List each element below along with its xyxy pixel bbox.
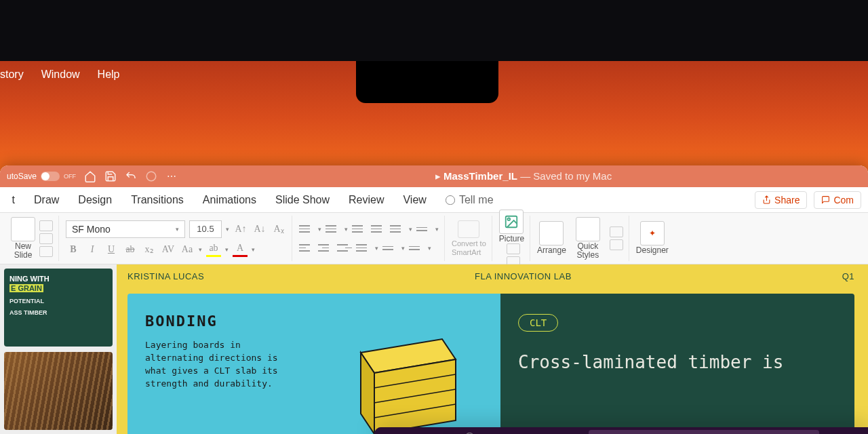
- shapes-icon[interactable]: [507, 243, 520, 254]
- arrange-icon: [539, 221, 564, 245]
- forward-icon[interactable]: →: [440, 431, 456, 434]
- clear-format-icon[interactable]: Aᵪ: [271, 222, 286, 237]
- slide-header: KRISTINA LUCAS FLA INNOVATION LAB Q1: [127, 271, 854, 281]
- clt-badge: CLT: [518, 314, 558, 332]
- autosave-toggle[interactable]: utoSave OFF: [7, 172, 76, 181]
- smartart-icon: [458, 220, 479, 238]
- underline-button[interactable]: U: [104, 242, 119, 257]
- share-button[interactable]: Share: [755, 191, 807, 209]
- new-slide-icon: [11, 217, 35, 241]
- menu-item-window[interactable]: Window: [41, 68, 80, 81]
- picture-button[interactable]: Picture: [499, 210, 524, 243]
- doc-name: MassTimber_IL: [443, 170, 517, 182]
- increase-indent-icon[interactable]: [371, 222, 386, 237]
- slack-search-input[interactable]: Search FL Architects: [589, 430, 819, 434]
- autosave-state: OFF: [64, 173, 76, 180]
- slide-quarter: Q1: [842, 271, 854, 281]
- columns-icon[interactable]: [382, 241, 397, 256]
- timber-cube-illustration: [320, 326, 483, 434]
- tab-review[interactable]: Review: [349, 194, 384, 206]
- slide-canvas[interactable]: KRISTINA LUCAS FLA INNOVATION LAB Q1 BON…: [117, 264, 868, 434]
- quick-styles-icon: [576, 217, 600, 241]
- tab-transitions[interactable]: Transitions: [131, 194, 184, 206]
- toggle-off-icon[interactable]: [41, 172, 60, 181]
- subscript-button[interactable]: x₂: [142, 242, 157, 257]
- device-bezel-top: [0, 0, 868, 61]
- arrange-button[interactable]: Arrange: [537, 221, 566, 255]
- bold-button[interactable]: B: [66, 242, 81, 257]
- home-icon[interactable]: [84, 170, 96, 182]
- slide-workspace: NING WITH E GRAIN POTENTIAL ASS TIMBER K…: [0, 264, 868, 434]
- save-icon[interactable]: [104, 170, 117, 182]
- shape-fill-icon[interactable]: [610, 226, 623, 237]
- ribbon-tabs: t Draw Design Transitions Animations Sli…: [0, 187, 868, 213]
- more-icon[interactable]: ⋯: [165, 170, 178, 182]
- justify-icon[interactable]: [356, 241, 371, 256]
- redo-icon[interactable]: [145, 170, 157, 182]
- slide-thumbnail-2[interactable]: [4, 352, 113, 430]
- text-direction-icon[interactable]: [416, 222, 431, 237]
- decrease-indent-icon[interactable]: [352, 222, 367, 237]
- undo-icon[interactable]: [125, 170, 137, 182]
- display-notch: [356, 61, 498, 103]
- comments-button[interactable]: Com: [814, 191, 861, 209]
- strike-button[interactable]: ab: [123, 242, 138, 257]
- new-slide-button[interactable]: New Slide: [11, 217, 35, 260]
- font-name-select[interactable]: SF Mono▾: [66, 220, 185, 238]
- font-size-select[interactable]: 10.5: [189, 220, 222, 238]
- line-spacing-icon[interactable]: [390, 222, 405, 237]
- align-text-icon[interactable]: [409, 241, 424, 256]
- slide-thumbnail-1[interactable]: NING WITH E GRAIN POTENTIAL ASS TIMBER: [4, 269, 113, 347]
- back-icon[interactable]: ←: [418, 431, 435, 434]
- italic-button[interactable]: I: [85, 242, 100, 257]
- powerpoint-window: utoSave OFF ⋯ ▸ MassTimber_IL — Saved to…: [0, 165, 868, 434]
- powerpoint-titlebar: utoSave OFF ⋯ ▸ MassTimber_IL — Saved to…: [0, 165, 868, 187]
- text-highlight-icon[interactable]: ab: [206, 242, 221, 257]
- tab-draw[interactable]: Draw: [34, 194, 59, 206]
- desktop: story Window Help utoSave OFF ⋯ ▸ MassTi…: [0, 61, 868, 434]
- ribbon-toolbar: New Slide SF Mono▾ 10.5▾ A↑ A↓ Aᵪ: [0, 213, 868, 264]
- menu-item-history[interactable]: story: [0, 68, 24, 81]
- slack-window: ← → Search FL Architects FL Architects⌄ …: [374, 427, 868, 434]
- slack-titlebar: ← → Search FL Architects: [374, 427, 868, 434]
- designer-button[interactable]: ✦Designer: [636, 221, 669, 255]
- change-case-button[interactable]: Aa: [180, 242, 195, 257]
- bulb-icon: [446, 195, 455, 205]
- designer-icon: ✦: [640, 221, 665, 245]
- align-center-icon[interactable]: [318, 241, 333, 256]
- slide-author: KRISTINA LUCAS: [127, 271, 204, 281]
- tab-insert[interactable]: t: [7, 194, 15, 206]
- align-right-icon[interactable]: [337, 241, 352, 256]
- decrease-font-icon[interactable]: A↓: [252, 222, 267, 237]
- section-icon[interactable]: [39, 246, 53, 257]
- tab-view[interactable]: View: [403, 194, 426, 206]
- tab-design[interactable]: Design: [78, 194, 112, 206]
- convert-smartart-button[interactable]: Convert to SmartArt: [452, 220, 486, 256]
- menu-item-help[interactable]: Help: [98, 68, 120, 81]
- slide-lab: FLA INNOVATION LAB: [475, 271, 572, 281]
- slide-thumbnails: NING WITH E GRAIN POTENTIAL ASS TIMBER: [0, 264, 117, 434]
- reset-icon[interactable]: [39, 233, 53, 244]
- bullets-icon[interactable]: [299, 222, 314, 237]
- layout-icon[interactable]: [39, 220, 53, 231]
- align-left-icon[interactable]: [299, 241, 314, 256]
- picture-icon: [499, 210, 524, 234]
- increase-font-icon[interactable]: A↑: [233, 222, 248, 237]
- doc-status: — Saved to my Mac: [517, 170, 612, 182]
- slide-right-panel: CLT Cross-laminated timber is: [500, 294, 854, 434]
- tab-animations[interactable]: Animations: [203, 194, 256, 206]
- autosave-label: utoSave: [7, 172, 37, 181]
- numbering-icon[interactable]: [326, 222, 340, 237]
- svg-point-2: [508, 218, 511, 220]
- shape-outline-icon[interactable]: [610, 239, 623, 250]
- font-color-icon[interactable]: A: [233, 242, 248, 257]
- highlight-button[interactable]: AV: [161, 242, 176, 257]
- svg-point-0: [146, 172, 156, 181]
- tell-me-search[interactable]: Tell me: [446, 194, 494, 206]
- svg-marker-4: [374, 359, 456, 434]
- clt-heading: Cross-laminated timber is: [518, 351, 837, 374]
- quick-styles-button[interactable]: Quick Styles: [576, 217, 600, 260]
- bonding-body: Layering boards in alternating direction…: [145, 339, 281, 390]
- document-title: ▸ MassTimber_IL — Saved to my Mac: [186, 170, 861, 182]
- tab-slideshow[interactable]: Slide Show: [275, 194, 330, 206]
